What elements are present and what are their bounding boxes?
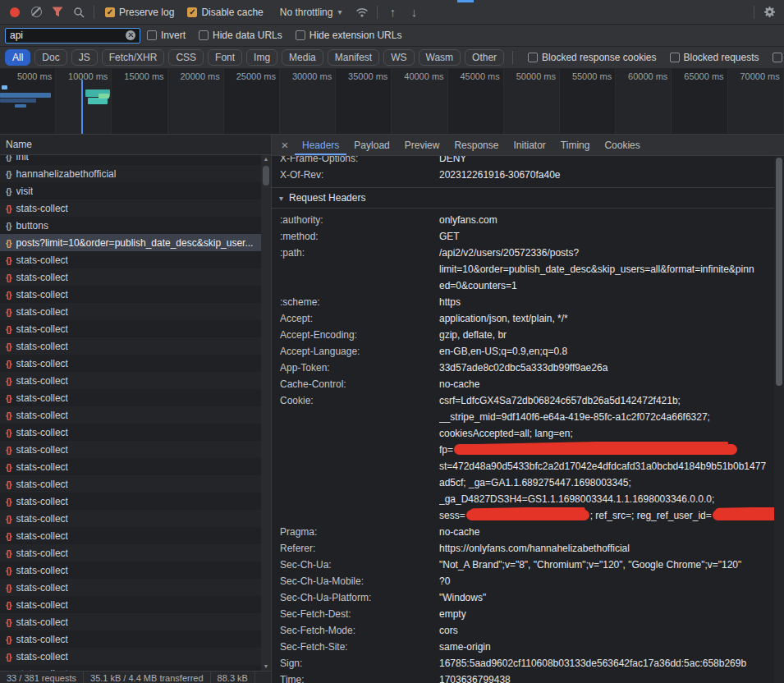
request-row[interactable]: {}stats-collect — [0, 510, 262, 527]
export-har-button[interactable]: ↓ — [403, 2, 424, 22]
scroll-up-icon[interactable]: ▲ — [264, 155, 269, 163]
request-row[interactable]: {}stats-collect — [0, 406, 262, 424]
request-row[interactable]: {}stats-collect — [0, 372, 262, 389]
filter-chip-doc[interactable]: Doc — [34, 49, 66, 66]
network-filter-input[interactable] — [10, 30, 122, 41]
request-row[interactable]: {}stats-collect — [0, 389, 262, 406]
header-row: Sec-Ch-Ua-Platform:"Windows" — [272, 589, 774, 606]
filter-chip-media[interactable]: Media — [282, 49, 323, 66]
hide-data-urls-checkbox[interactable]: Hide data URLs — [199, 30, 282, 41]
blocked-requests-checkbox[interactable]: Blocked requests — [670, 52, 759, 63]
network-overview-timeline[interactable]: 5000 ms10000 ms15000 ms20000 ms25000 ms3… — [0, 69, 784, 135]
close-details-button[interactable]: × — [275, 135, 295, 155]
header-name: Sec-Fetch-Site: — [280, 639, 439, 655]
tab-initiator[interactable]: Initiator — [506, 135, 552, 155]
request-row[interactable]: {}stats-collect — [0, 303, 262, 320]
request-row[interactable]: {}stats-collect — [0, 596, 262, 613]
tab-payload[interactable]: Payload — [346, 135, 397, 155]
chevron-down-icon: ▾ — [337, 7, 342, 16]
request-name: stats-collect — [16, 617, 68, 628]
request-name: stats-collect — [16, 599, 68, 611]
filter-chip-fetch-xhr[interactable]: Fetch/XHR — [102, 49, 165, 66]
request-row[interactable]: {}posts?limit=10&order=publish_date_desc… — [0, 234, 262, 251]
request-row[interactable]: {}stats-collect — [0, 320, 262, 337]
filter-icon — [52, 7, 63, 17]
clear-filter-icon[interactable] — [126, 30, 135, 40]
request-row[interactable]: {}stats-collect — [0, 424, 262, 441]
name-column-header[interactable]: Name — [0, 135, 271, 155]
request-row[interactable]: {}stats-collect — [0, 630, 262, 648]
header-name: Sign: — [280, 655, 439, 672]
details-scrollbar[interactable] — [774, 156, 784, 683]
request-row[interactable]: {}stats-collect — [0, 475, 262, 493]
3rd-party-requests-checkbox[interactable]: 3rd-party requests — [773, 52, 784, 63]
blocked-response-cookies-checkbox[interactable]: Blocked response cookies — [528, 52, 656, 63]
request-row[interactable]: {}stats-collect — [0, 355, 262, 372]
filter-chip-wasm[interactable]: Wasm — [419, 49, 461, 66]
request-row[interactable]: {}visit — [0, 182, 262, 199]
waterfall-bar — [99, 94, 109, 99]
tab-response[interactable]: Response — [447, 135, 506, 155]
settings-button[interactable] — [759, 2, 780, 22]
throttling-select[interactable]: No throttling ▾ — [280, 7, 342, 18]
disable-cache-checkbox[interactable]: Disable cache — [187, 7, 263, 18]
file-braces-icon: {} — [6, 652, 11, 662]
request-row[interactable]: {}hannahelizabethofficial — [0, 165, 262, 182]
request-row[interactable]: {}stats-collect — [0, 458, 262, 475]
request-row[interactable]: {}stats-collect — [0, 441, 262, 458]
filter-chip-ws[interactable]: WS — [383, 49, 414, 66]
request-row[interactable]: {}stats-collect — [0, 251, 262, 268]
request-row[interactable]: {}stats-collect — [0, 579, 262, 596]
request-row[interactable]: {}stats-collect — [0, 544, 262, 562]
header-row: Pragma:no-cache — [272, 524, 774, 540]
hide-extension-urls-checkbox[interactable]: Hide extension URLs — [296, 30, 402, 41]
clear-button[interactable] — [25, 2, 47, 22]
request-headers-section[interactable]: ▾ Request Headers — [272, 187, 774, 209]
request-row[interactable]: {}stats-collect — [0, 286, 262, 303]
status-segment: 35.1 kB / 4.4 MB transferred — [84, 672, 211, 683]
header-name: Sec-Ch-Ua-Platform: — [280, 589, 439, 606]
scrollbar-thumb[interactable] — [263, 166, 269, 186]
import-har-button[interactable]: ↑ — [382, 2, 403, 22]
request-row[interactable]: {}stats-collect — [0, 562, 262, 579]
tab-timing[interactable]: Timing — [553, 135, 598, 155]
tab-preview[interactable]: Preview — [397, 135, 447, 155]
filter-chip-img[interactable]: Img — [246, 49, 277, 66]
invert-checkbox[interactable]: Invert — [147, 30, 186, 41]
request-name: buttons — [16, 220, 48, 231]
scrollbar-thumb[interactable] — [776, 158, 782, 386]
filter-chip-font[interactable]: Font — [208, 49, 242, 66]
header-value-line: 202312261916-30670fa40e — [439, 167, 774, 183]
request-row[interactable]: {}stats-collect — [0, 337, 262, 355]
tab-cookies[interactable]: Cookies — [597, 135, 647, 155]
search-button[interactable] — [68, 2, 89, 22]
request-row[interactable]: {}stats-collect — [0, 199, 262, 217]
header-value-line: __stripe_mid=9df140f6-e64a-419e-85fc-a1c… — [439, 409, 774, 425]
filter-chip-css[interactable]: CSS — [168, 49, 204, 66]
header-value-line: GET — [439, 228, 774, 245]
filter-chip-js[interactable]: JS — [71, 49, 98, 66]
request-row[interactable]: {}stats-collect — [0, 648, 262, 665]
filter-chip-all[interactable]: All — [5, 49, 30, 66]
header-value-line: 33d57ade8c02dbc5a333db99ff9ae26a — [439, 360, 774, 376]
filter-button[interactable] — [47, 2, 68, 22]
record-button[interactable] — [4, 2, 25, 22]
file-braces-icon: {} — [6, 324, 11, 334]
filter-chip-manifest[interactable]: Manifest — [328, 49, 379, 66]
request-row[interactable]: {}stats-collect — [0, 268, 262, 286]
request-row[interactable]: {}stats-collect — [0, 493, 262, 510]
request-row[interactable]: {}stats-collect — [0, 665, 262, 671]
tab-headers[interactable]: Headers — [295, 135, 346, 155]
file-braces-icon: {} — [6, 169, 11, 179]
network-conditions-button[interactable] — [351, 2, 373, 22]
request-row[interactable]: {}stats-collect — [0, 527, 262, 544]
requests-scrollbar[interactable]: ▲ ▼ — [261, 155, 271, 671]
checkbox-label: Preserve log — [119, 7, 174, 18]
request-row[interactable]: {}init — [0, 155, 262, 165]
filter-chip-other[interactable]: Other — [465, 49, 504, 66]
scroll-down-icon[interactable]: ▼ — [264, 662, 269, 671]
request-row[interactable]: {}buttons — [0, 217, 262, 234]
devtools-network-panel: Preserve logDisable cache No throttling … — [0, 0, 784, 683]
preserve-log-checkbox[interactable]: Preserve log — [105, 7, 174, 18]
request-row[interactable]: {}stats-collect — [0, 613, 262, 630]
